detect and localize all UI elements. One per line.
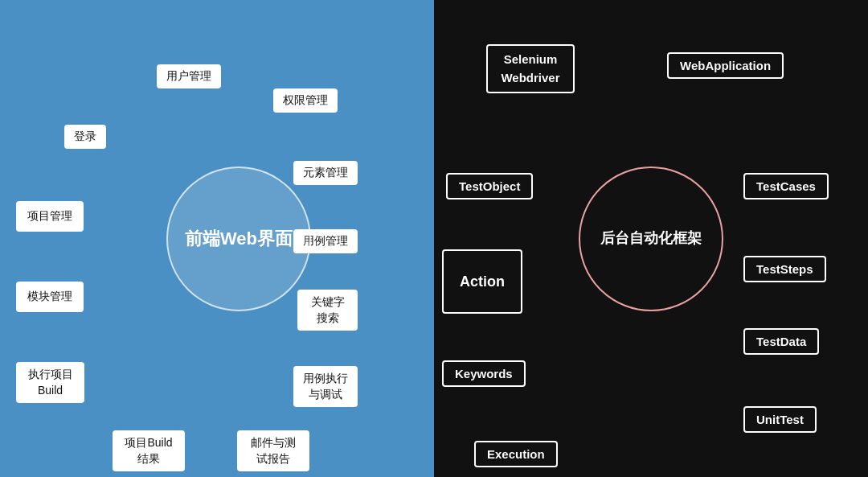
right-panel: SeleniumWebdriver WebApplication TestObj…: [434, 0, 868, 477]
node-test-data: TestData: [743, 328, 819, 355]
node-action: Action: [442, 249, 522, 314]
node-exec-project: 执行项目Build: [16, 362, 84, 403]
node-login: 登录: [64, 125, 106, 149]
node-execution: Execution: [474, 441, 558, 467]
node-permission-mgmt: 权限管理: [273, 88, 338, 113]
left-center-circle: 前端Web界面: [166, 167, 311, 311]
left-panel: 用户管理 权限管理 登录 元素管理 项目管理 用例管理 模块管理 关键字搜索 执…: [0, 0, 434, 477]
node-selenium: SeleniumWebdriver: [486, 44, 575, 93]
node-test-steps: TestSteps: [743, 256, 826, 282]
node-keywords: Keywords: [442, 360, 526, 387]
node-user-mgmt: 用户管理: [157, 64, 221, 88]
node-keyword-search: 关键字搜索: [297, 290, 358, 331]
node-mail-test: 邮件与测试报告: [237, 430, 309, 471]
right-center-circle: 后台自动化框架: [579, 167, 723, 311]
node-unit-test: UnitTest: [743, 406, 817, 433]
node-module-mgmt: 模块管理: [16, 282, 84, 312]
node-test-object: TestObject: [446, 173, 533, 199]
node-test-cases: TestCases: [743, 173, 829, 199]
node-project-build: 项目Build结果: [113, 430, 185, 471]
node-project-mgmt: 项目管理: [16, 201, 84, 232]
node-element-mgmt: 元素管理: [293, 161, 358, 185]
node-web-app: WebApplication: [667, 52, 784, 79]
node-case-exec: 用例执行与调试: [293, 366, 358, 407]
